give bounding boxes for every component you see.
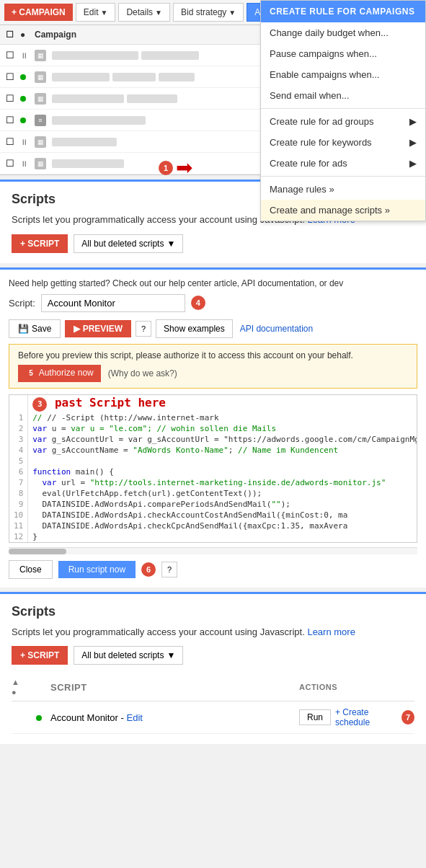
- script-name-text: Account Monitor: [50, 712, 118, 723]
- blurred-text: [159, 73, 195, 81]
- header-checkbox[interactable]: ☐: [6, 30, 20, 40]
- row-status: [20, 118, 35, 123]
- row-checkbox[interactable]: ☐: [6, 50, 20, 61]
- filter-label-3: All but deleted scripts: [81, 650, 164, 660]
- script-name-input[interactable]: [41, 294, 185, 312]
- bid-strategy-label: Bid strategy: [181, 7, 226, 17]
- step1-annotation: 1 ➡: [159, 156, 192, 180]
- dropdown-item-4-label: Create rule for ad groups: [270, 116, 374, 127]
- script-edit-link[interactable]: Edit: [127, 712, 143, 723]
- bid-strategy-caret: ▼: [228, 9, 236, 17]
- section3-learn-more-link[interactable]: Learn more: [307, 626, 355, 637]
- add-script-button[interactable]: + SCRIPT: [12, 234, 68, 253]
- code-line-9: 9 DATAINSIDE.AdWordsApi.comparePeriodsAn…: [9, 499, 417, 510]
- dropdown-item-1-label: Pause campaigns when...: [270, 48, 377, 59]
- dropdown-item-0-label: Change daily budget when...: [270, 27, 389, 38]
- sort-arrows: ▲ ●: [12, 678, 33, 696]
- section1-toolbar: + SCRIPT All but deleted scripts ▼: [12, 234, 396, 253]
- filter-button-3[interactable]: All but deleted scripts ▼: [74, 646, 183, 665]
- section3-title: Scripts: [12, 604, 414, 619]
- step7-badge: 7: [401, 710, 414, 725]
- row-checkbox[interactable]: ☐: [6, 136, 20, 147]
- dropdown-item-5-arrow: ▶: [409, 137, 417, 148]
- blurred-text: [127, 94, 177, 103]
- run-small-button[interactable]: Run: [299, 709, 331, 725]
- editor-footer: Close Run script now 6 ?: [9, 560, 417, 579]
- details-button[interactable]: Details ▼: [118, 3, 170, 22]
- step4-badge: 4: [191, 296, 205, 310]
- dropdown-item-6[interactable]: Create rule for ads ▶: [261, 153, 425, 174]
- edit-button[interactable]: Edit ▼: [76, 3, 116, 22]
- save-button[interactable]: 💾 Save: [9, 319, 61, 338]
- row-checkbox[interactable]: ☐: [6, 93, 20, 104]
- authorize-label: Authorize now: [39, 368, 94, 378]
- script-name-label: Script:: [9, 298, 35, 309]
- dropdown-item-0[interactable]: Change daily budget when...: [261, 22, 425, 43]
- paste-hint: past Script here: [55, 396, 166, 409]
- green-status-dot: [20, 96, 26, 102]
- dropdown-item-3[interactable]: Send email when...: [261, 85, 425, 106]
- step1-badge: 1: [159, 161, 173, 175]
- code-line-8: 8 eval(UrlFetchApp.fetch(url).getContent…: [9, 488, 417, 499]
- dropdown-item-7[interactable]: Manage rules »: [261, 179, 425, 200]
- scrollbar[interactable]: [9, 547, 417, 554]
- dropdown-item-8-label: Create and manage scripts »: [270, 205, 390, 216]
- dropdown-item-2-label: Enable campaigns when...: [270, 69, 379, 80]
- authorize-button[interactable]: 5 Authorize now: [18, 365, 101, 382]
- filter-button[interactable]: All but deleted scripts ▼: [74, 234, 183, 253]
- show-examples-button[interactable]: Show examples: [156, 319, 233, 338]
- dropdown-header: CREATE RULE FOR CAMPAIGNS: [261, 1, 425, 22]
- create-schedule-link[interactable]: + Create schedule: [335, 707, 397, 727]
- code-editor[interactable]: 3 past Script here 1 // // -Script (http…: [9, 394, 417, 543]
- filter-caret-3: ▼: [167, 650, 175, 660]
- code-text-3: var g_sAccountUrl = "https://adwords.goo…: [128, 435, 417, 444]
- dropdown-item-2[interactable]: Enable campaigns when...: [261, 64, 425, 85]
- dropdown-item-3-label: Send email when...: [270, 90, 350, 101]
- run-script-button[interactable]: Run script now: [58, 561, 136, 578]
- api-docs-link[interactable]: API documentation: [237, 320, 316, 337]
- actions-col-header: ACTIONS: [299, 683, 414, 691]
- preview-help-button[interactable]: ?: [136, 321, 151, 337]
- blurred-text: [52, 94, 124, 103]
- dropdown-item-4[interactable]: Create rule for ad groups ▶: [261, 111, 425, 132]
- dropdown-item-8[interactable]: Create and manage scripts »: [261, 200, 425, 221]
- scrollbar-thumb[interactable]: [9, 549, 66, 554]
- close-button[interactable]: Close: [9, 560, 53, 579]
- row-checkbox[interactable]: ☐: [6, 71, 20, 82]
- up-arrow: ▲: [12, 678, 33, 686]
- row-checkbox[interactable]: ☐: [6, 115, 20, 125]
- dropdown-item-6-label: Create rule for ads: [270, 158, 347, 169]
- code-line-7: 7 var url = "http://tools.internet-marke…: [9, 477, 417, 488]
- row-checkbox[interactable]: ☐: [6, 158, 20, 169]
- script-name-row: Script: 4: [9, 294, 417, 312]
- details-caret: ▼: [155, 9, 162, 17]
- blurred-text: [52, 138, 117, 146]
- row-status: [20, 96, 35, 102]
- dropdown-item-5-label: Create rule for keywords: [270, 137, 372, 148]
- row-status: ⏸: [20, 159, 35, 168]
- code-line-10: 10 DATAINSIDE.AdWordsApi.checkAccountCos…: [9, 510, 417, 521]
- row-status-dot: [36, 712, 48, 723]
- row-status: ⏸: [20, 138, 35, 146]
- scripts-section-3: Scripts Scripts let you programmatically…: [0, 592, 426, 745]
- row-icon: ▦: [35, 158, 52, 169]
- row-icon: ▦: [35, 50, 52, 61]
- run-help-button[interactable]: ?: [161, 562, 177, 577]
- save-label: Save: [32, 324, 51, 334]
- green-status-dot: [20, 118, 26, 123]
- section3-desc: Scripts let you programmatically access …: [12, 625, 414, 639]
- scripts-table-row: Account Monitor - Edit Run + Create sche…: [12, 701, 414, 734]
- dropdown-item-5[interactable]: Create rule for keywords ▶: [261, 132, 425, 153]
- add-script-button-3[interactable]: + SCRIPT: [12, 646, 68, 665]
- dropdown-item-1[interactable]: Pause campaigns when...: [261, 43, 425, 64]
- script-col-header: SCRIPT: [50, 682, 296, 693]
- filter-caret: ▼: [167, 239, 175, 249]
- scripts-table-header: ▲ ● SCRIPT ACTIONS: [12, 673, 414, 701]
- edit-caret: ▼: [100, 9, 107, 17]
- bid-strategy-button[interactable]: Bid strategy ▼: [173, 3, 244, 22]
- step1-arrow: ➡: [176, 156, 192, 180]
- code-line-4: 4 var g_sAccountName = "AdWords Konto-Na…: [9, 445, 417, 456]
- campaign-button[interactable]: + CAMPAIGN: [4, 4, 73, 21]
- filter-label: All but deleted scripts: [81, 239, 164, 249]
- preview-button[interactable]: ▶ PREVIEW: [65, 320, 131, 337]
